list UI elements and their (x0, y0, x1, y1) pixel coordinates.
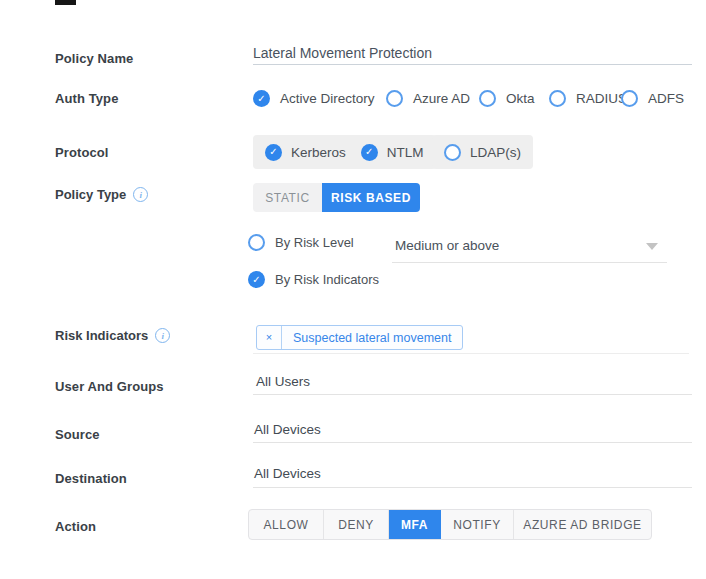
radio-unchecked-icon[interactable] (479, 90, 496, 107)
policy-type-label: Policy Type (55, 187, 126, 202)
checkbox-unchecked-icon[interactable] (444, 144, 461, 161)
protocol-group-primary: ✓ Kerberos ✓ NTLM (253, 135, 436, 169)
top-edge-fragment (55, 0, 76, 5)
checkbox-checked-icon[interactable]: ✓ (361, 144, 378, 161)
risk-indicators-label: Risk Indicators (55, 328, 148, 343)
protocol-option-label: Kerberos (291, 145, 346, 160)
auth-option-active-directory[interactable]: ✓ Active Directory (253, 90, 375, 107)
risk-indicators-underline (253, 353, 689, 354)
auth-option-azure-ad[interactable]: Azure AD (386, 90, 470, 107)
radio-checked-icon[interactable]: ✓ (248, 271, 265, 288)
auth-option-label: ADFS (648, 91, 684, 106)
source-label: Source (55, 427, 100, 442)
risk-indicators-label-row: Risk Indicators i (55, 328, 170, 343)
radio-unchecked-icon[interactable] (621, 90, 638, 107)
auth-option-radius[interactable]: RADIUS (549, 90, 627, 107)
protocol-option-label: NTLM (387, 145, 424, 160)
action-azure-ad-bridge[interactable]: AZURE AD BRIDGE (514, 510, 651, 539)
auth-option-label: Active Directory (280, 91, 375, 106)
risk-indicator-tag: × Suspected lateral movement (256, 325, 463, 350)
radio-unchecked-icon[interactable] (386, 90, 403, 107)
action-mfa[interactable]: MFA (389, 510, 441, 539)
info-icon[interactable]: i (133, 187, 148, 202)
toggle-static[interactable]: STATIC (253, 183, 322, 212)
users-input[interactable]: All Users (256, 374, 310, 389)
destination-label: Destination (55, 471, 127, 486)
action-segmented-control: ALLOW DENY MFA NOTIFY AZURE AD BRIDGE (248, 509, 652, 540)
destination-input[interactable]: All Devices (254, 466, 321, 481)
protocol-label: Protocol (55, 145, 109, 160)
protocol-option-ntlm[interactable]: ✓ NTLM (361, 144, 424, 161)
auth-option-label: RADIUS (576, 91, 627, 106)
auth-option-adfs[interactable]: ADFS (621, 90, 684, 107)
auth-option-label: Azure AD (413, 91, 470, 106)
chevron-down-icon[interactable] (646, 243, 658, 250)
toggle-risk-based[interactable]: RISK BASED (322, 183, 420, 212)
users-label: User And Groups (55, 379, 164, 394)
policy-name-input[interactable]: Lateral Movement Protection (253, 45, 432, 61)
radio-unchecked-icon[interactable] (248, 234, 265, 251)
risk-level-dropdown[interactable]: Medium or above (395, 238, 499, 253)
radio-checked-icon[interactable]: ✓ (253, 90, 270, 107)
tag-remove-icon[interactable]: × (257, 326, 282, 349)
protocol-option-kerberos[interactable]: ✓ Kerberos (265, 144, 346, 161)
policy-name-label: Policy Name (55, 51, 133, 66)
checkbox-checked-icon[interactable]: ✓ (265, 144, 282, 161)
tag-label: Suspected lateral movement (282, 331, 462, 345)
action-label: Action (55, 519, 96, 534)
source-underline (253, 442, 692, 443)
risk-level-dropdown-underline (392, 262, 667, 263)
radio-unchecked-icon[interactable] (549, 90, 566, 107)
by-risk-indicators-label: By Risk Indicators (275, 272, 379, 287)
by-risk-level-option[interactable]: By Risk Level (248, 234, 354, 251)
users-underline (253, 394, 692, 395)
by-risk-indicators-option[interactable]: ✓ By Risk Indicators (248, 271, 379, 288)
action-deny[interactable]: DENY (324, 510, 389, 539)
destination-underline (253, 487, 692, 488)
action-allow[interactable]: ALLOW (249, 510, 324, 539)
policy-form: Policy Name Lateral Movement Protection … (0, 0, 706, 579)
action-notify[interactable]: NOTIFY (441, 510, 514, 539)
protocol-group-ldap: LDAP(s) (432, 135, 533, 169)
source-input[interactable]: All Devices (254, 422, 321, 437)
by-risk-level-label: By Risk Level (275, 235, 354, 250)
auth-type-label: Auth Type (55, 91, 119, 106)
protocol-option-label: LDAP(s) (470, 145, 521, 160)
policy-name-underline (253, 64, 692, 65)
policy-type-toggle: STATIC RISK BASED (253, 183, 420, 212)
info-icon[interactable]: i (155, 328, 170, 343)
auth-option-okta[interactable]: Okta (479, 90, 535, 107)
protocol-option-ldaps[interactable]: LDAP(s) (444, 144, 521, 161)
policy-type-label-row: Policy Type i (55, 187, 148, 202)
auth-option-label: Okta (506, 91, 535, 106)
